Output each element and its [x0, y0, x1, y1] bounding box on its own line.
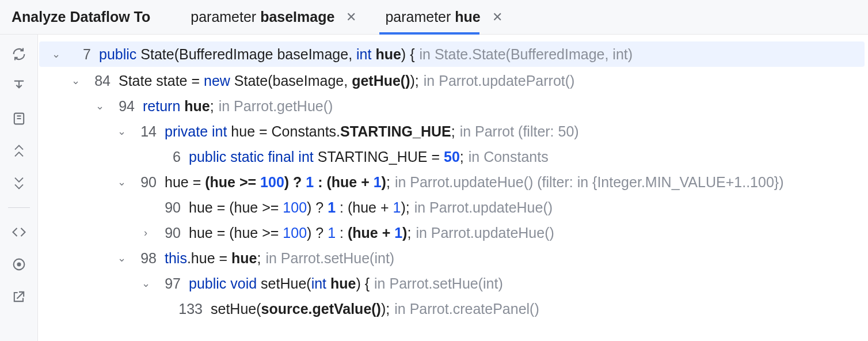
- line-number: 94: [108, 98, 135, 115]
- code-snippet: hue = (hue >= 100) ? 1 : (hue + 1);: [189, 225, 411, 241]
- chevron-down-icon[interactable]: ⌄: [115, 252, 128, 264]
- context-label: in Parrot.getHue(): [219, 98, 333, 115]
- code-snippet: public static final int STARTING_HUE = 5…: [189, 149, 464, 165]
- context-label: in Constants: [469, 149, 549, 165]
- toolwindow-header: Analyze Dataflow To parameter baseImage …: [0, 0, 868, 35]
- tool-sidebar: [0, 35, 38, 341]
- chevron-down-icon[interactable]: ⌄: [93, 100, 106, 112]
- line-number: 14: [130, 123, 157, 140]
- context-label: in Parrot.updateParrot(): [424, 73, 575, 89]
- tree-row[interactable]: ⌄84State state = new State(baseImage, ge…: [38, 68, 868, 93]
- line-number: 133: [176, 301, 203, 317]
- chevron-down-icon[interactable]: [7, 174, 31, 192]
- chevron-down-icon[interactable]: ⌄: [115, 125, 128, 138]
- external-link-icon[interactable]: [7, 287, 31, 306]
- svg-point-2: [17, 263, 21, 267]
- line-number: 90: [154, 225, 181, 241]
- context-label: in Parrot.updateHue(): [414, 199, 553, 216]
- context-label: in Parrot.updateHue(): [416, 225, 554, 241]
- code-snippet: public State(BufferedImage baseImage, in…: [99, 46, 414, 63]
- tree-row[interactable]: ⌄90hue = (hue >= 100) ? 1 : (hue + 1);in…: [38, 169, 868, 195]
- tree-row[interactable]: ›90hue = (hue >= 100) ? 1 : (hue + 1);in…: [38, 220, 868, 245]
- separator: [8, 207, 30, 208]
- context-label: in Parrot (filter: 50): [460, 123, 579, 140]
- tree-row[interactable]: ⌄94return hue;in Parrot.getHue(): [38, 93, 868, 119]
- line-number: 98: [130, 250, 157, 267]
- code-snippet: private int hue = Constants.STARTING_HUE…: [165, 123, 455, 140]
- tree-row[interactable]: ⌄97public void setHue(int hue) {in Parro…: [38, 271, 868, 296]
- code-snippet: hue = (hue >= 100) ? 1 : (hue + 1);: [165, 174, 390, 191]
- chevron-down-icon[interactable]: ⌄: [50, 48, 62, 60]
- book-icon[interactable]: [7, 109, 31, 128]
- chevron-up-icon[interactable]: [7, 142, 31, 160]
- close-icon[interactable]: ✕: [492, 11, 502, 24]
- code-snippet: return hue;: [143, 98, 214, 115]
- code-snippet: public void setHue(int hue) {: [189, 275, 370, 292]
- line-number: 90: [154, 199, 181, 216]
- tab-label: parameter hue: [385, 9, 480, 25]
- toolwindow-title: Analyze Dataflow To: [12, 9, 150, 25]
- tree-row[interactable]: ⌄6public static final int STARTING_HUE =…: [38, 144, 868, 169]
- tab-label: parameter baseImage: [191, 9, 334, 25]
- line-number: 6: [154, 149, 181, 165]
- radar-icon[interactable]: [7, 255, 31, 274]
- code-snippet: State state = new State(baseImage, getHu…: [119, 73, 419, 89]
- tree-row[interactable]: ⌄7public State(BufferedImage baseImage, …: [39, 41, 865, 67]
- chevron-down-icon[interactable]: ⌄: [139, 277, 152, 290]
- import-down-icon[interactable]: [7, 77, 31, 96]
- context-label: in Parrot.setHue(int): [374, 275, 503, 292]
- line-number: 84: [84, 73, 111, 89]
- chevron-down-icon[interactable]: ⌄: [69, 74, 82, 87]
- code-snippet: hue = (hue >= 100) ? 1 : (hue + 1);: [189, 199, 410, 216]
- tree-row[interactable]: ⌄14private int hue = Constants.STARTING_…: [38, 119, 868, 144]
- dataflow-tree[interactable]: ⌄7public State(BufferedImage baseImage, …: [38, 35, 868, 341]
- tab-hue[interactable]: parameter hue ✕: [379, 0, 508, 34]
- context-label: in State.State(BufferedImage, int): [419, 46, 633, 63]
- chevron-down-icon[interactable]: ⌄: [115, 176, 128, 188]
- tree-row[interactable]: ⌄90hue = (hue >= 100) ? 1 : (hue + 1);in…: [38, 195, 868, 220]
- code-snippet: setHue(source.getValue());: [211, 301, 390, 317]
- code-snippet: this.hue = hue;: [165, 250, 261, 267]
- refresh-icon[interactable]: [7, 45, 31, 63]
- line-number: 97: [154, 275, 181, 292]
- code-angle-icon[interactable]: [7, 223, 31, 241]
- tree-row[interactable]: ⌄98this.hue = hue;in Parrot.setHue(int): [38, 245, 868, 271]
- context-label: in Parrot.setHue(int): [265, 250, 394, 267]
- tab-baseimage[interactable]: parameter baseImage ✕: [185, 0, 362, 34]
- chevron-right-icon[interactable]: ›: [139, 227, 152, 239]
- context-label: in Parrot.updateHue() (filter: in {Integ…: [395, 174, 784, 191]
- close-icon[interactable]: ✕: [346, 11, 356, 24]
- tree-row[interactable]: ⌄133setHue(source.getValue());in Parrot.…: [38, 296, 868, 321]
- context-label: in Parrot.createPanel(): [394, 301, 539, 317]
- line-number: 90: [130, 174, 157, 191]
- line-number: 7: [64, 46, 91, 63]
